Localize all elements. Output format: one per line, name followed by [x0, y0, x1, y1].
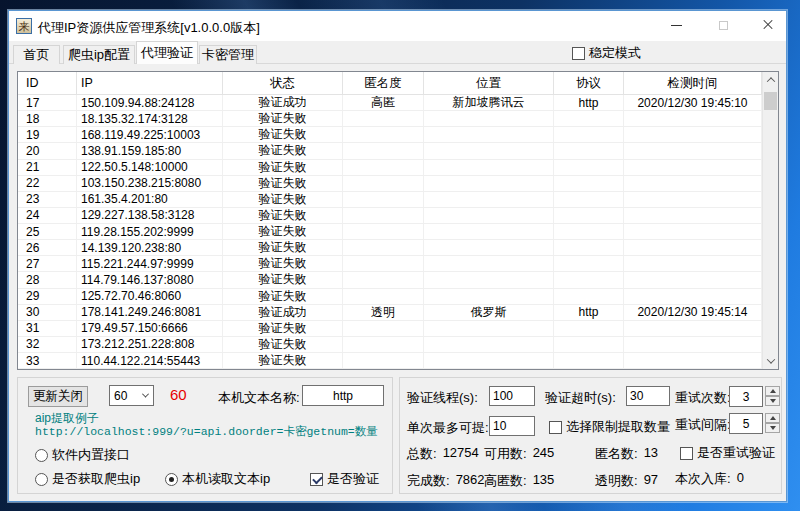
table-cell: [624, 143, 762, 159]
radio-get-crawler-ip[interactable]: 是否获取爬虫ip: [35, 470, 140, 488]
table-row[interactable]: 24129.227.138.58:3128验证失败: [18, 208, 762, 224]
retry-count-input[interactable]: 3: [729, 386, 763, 407]
table-cell: [624, 192, 762, 208]
close-icon: [762, 19, 774, 31]
table-cell: 27: [18, 256, 77, 272]
table-row[interactable]: 30178.141.249.246:8081验证成功透明俄罗斯http2020/…: [18, 305, 762, 321]
stat-value: 135: [533, 472, 555, 490]
retry-verify-checkbox[interactable]: 是否重试验证: [680, 444, 775, 462]
table-cell: [424, 176, 554, 192]
stat-value: 13: [644, 445, 658, 463]
table-cell: 验证失败: [223, 208, 343, 224]
column-header-anonymity[interactable]: 匿名度: [343, 72, 424, 95]
maximize-button[interactable]: [701, 11, 745, 39]
table-cell: 验证失败: [223, 256, 343, 272]
table-cell: [554, 240, 624, 256]
table-cell: [554, 160, 624, 176]
stat-completed: 完成数: 7862: [407, 472, 485, 490]
radio-icon: [35, 449, 48, 462]
table-row[interactable]: 2614.139.120.238:80验证失败: [18, 240, 762, 256]
limit-extract-checkbox[interactable]: 选择限制提取数量: [549, 418, 670, 436]
column-header-id[interactable]: ID: [18, 72, 77, 95]
table-row[interactable]: 21122.50.5.148:10000验证失败: [18, 160, 762, 176]
table-cell: 19: [18, 127, 77, 143]
proxy-table: ID IP 状态 匿名度 位置 协议 检测时间 17150.109.94.88:…: [17, 71, 779, 370]
spinner-down-button[interactable]: [765, 396, 780, 406]
table-cell: [554, 176, 624, 192]
column-header-ip[interactable]: IP: [77, 72, 223, 95]
radio-builtin-label: 软件内置接口: [52, 446, 130, 464]
table-row[interactable]: 27115.221.244.97:9999验证失败: [18, 256, 762, 272]
update-close-button[interactable]: 更新关闭: [28, 386, 88, 407]
table-row[interactable]: 17150.109.94.88:24128验证成功高匿新加坡腾讯云http202…: [18, 95, 762, 111]
table-row[interactable]: 22103.150.238.215:8080验证失败: [18, 176, 762, 192]
tab-spider-ip-config[interactable]: 爬虫ip配置: [63, 45, 135, 64]
scrollbar-thumb[interactable]: [764, 92, 777, 110]
column-header-protocol[interactable]: 协议: [554, 72, 624, 95]
table-cell: [554, 272, 624, 288]
tab-home[interactable]: 首页: [13, 45, 60, 64]
table-cell: [424, 208, 554, 224]
table-row[interactable]: 1818.135.32.174:3128验证失败: [18, 111, 762, 127]
tab-proxy-verify[interactable]: 代理验证: [136, 41, 198, 64]
column-header-location[interactable]: 位置: [424, 72, 554, 95]
checkbox-checked-icon: [310, 473, 323, 486]
stat-label: 匿名数:: [595, 445, 638, 463]
radio-local-text-ip[interactable]: 本机读取文本ip: [165, 470, 270, 488]
close-button[interactable]: [746, 11, 790, 39]
verify-checkbox[interactable]: 是否验证: [310, 470, 379, 488]
table-row[interactable]: 19168.119.49.225:10003验证失败: [18, 127, 762, 143]
table-cell: [554, 353, 624, 369]
table-cell: 验证失败: [223, 240, 343, 256]
table-cell: 179.49.57.150:6666: [77, 321, 223, 337]
table-cell: [424, 127, 554, 143]
table-cell: [343, 143, 424, 159]
maximize-icon: [719, 21, 728, 30]
scroll-down-button[interactable]: [763, 353, 778, 369]
radio-builtin-api[interactable]: 软件内置接口: [35, 446, 130, 464]
spinner-up-button[interactable]: [765, 386, 780, 396]
table-row[interactable]: 23161.35.4.201:80验证失败: [18, 192, 762, 208]
timeout-input[interactable]: 30: [626, 386, 670, 406]
table-cell: [343, 256, 424, 272]
table-cell: [554, 224, 624, 240]
triangle-down-icon: [770, 399, 776, 403]
scroll-up-button[interactable]: [763, 72, 778, 88]
stat-label: 高匿数:: [484, 472, 527, 490]
table-row[interactable]: 33110.44.122.214:55443验证失败: [18, 353, 762, 369]
spinner-up-button[interactable]: [765, 413, 780, 423]
interval-select[interactable]: 60: [109, 385, 154, 406]
interval-select-value: 60: [114, 389, 127, 403]
table-cell: 110.44.122.214:55443: [77, 353, 223, 369]
radio-selected-icon: [165, 473, 178, 486]
title-bar: 来 代理IP资源供应管理系统[v1.0.0.0版本]: [9, 11, 786, 41]
column-header-status[interactable]: 状态: [223, 72, 343, 95]
app-icon: 来: [16, 18, 32, 34]
table-cell: [624, 353, 762, 369]
stable-mode-checkbox[interactable]: 稳定模式: [572, 44, 641, 62]
table-cell: [343, 272, 424, 288]
table-cell: 30: [18, 305, 77, 321]
radio-local-text-label: 本机读取文本ip: [182, 470, 270, 488]
vertical-scrollbar[interactable]: [762, 72, 778, 369]
spinner-down-button[interactable]: [765, 423, 780, 433]
table-row[interactable]: 31179.49.57.150:6666验证失败: [18, 321, 762, 337]
table-cell: 高匿: [343, 95, 424, 111]
table-row[interactable]: 25119.28.155.202:9999验证失败: [18, 224, 762, 240]
table-cell: [343, 353, 424, 369]
local-text-name-input[interactable]: http: [302, 385, 384, 406]
retry-interval-input[interactable]: 5: [729, 413, 763, 434]
max-extract-input[interactable]: 10: [489, 416, 535, 436]
table-row[interactable]: 20138.91.159.185:80验证失败: [18, 143, 762, 159]
table-cell: 2020/12/30 19:45:14: [624, 305, 762, 321]
table-cell: [554, 321, 624, 337]
table-cell: 14.139.120.238:80: [77, 240, 223, 256]
column-header-checktime[interactable]: 检测时间: [624, 72, 762, 95]
minimize-button[interactable]: [654, 11, 698, 39]
table-cell: [343, 192, 424, 208]
table-row[interactable]: 29125.72.70.46:8060验证失败: [18, 289, 762, 305]
tab-card-management[interactable]: 卡密管理: [199, 45, 257, 64]
table-row[interactable]: 28114.79.146.137:8080验证失败: [18, 272, 762, 288]
thread-input[interactable]: 100: [489, 386, 535, 406]
table-row[interactable]: 32173.212.251.228:808验证失败: [18, 337, 762, 353]
